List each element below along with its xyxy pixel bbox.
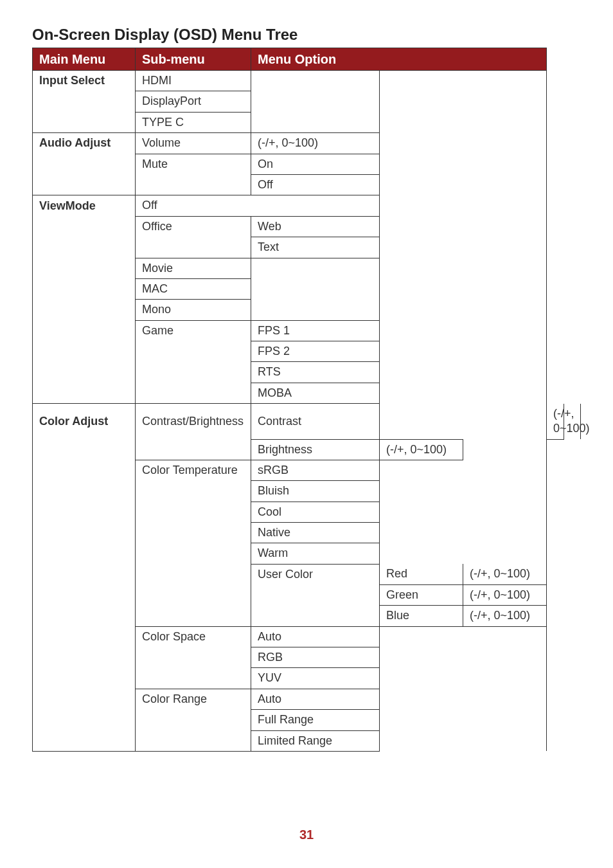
opt-limitedrange: Limited Range <box>251 730 380 751</box>
hdr-main: Main Menu <box>33 48 136 71</box>
empty <box>380 626 547 751</box>
opt-cs-auto: Auto <box>251 626 380 647</box>
empty <box>33 341 136 362</box>
empty <box>136 523 251 543</box>
opt-web: Web <box>251 216 380 237</box>
opt-text: Text <box>251 237 380 258</box>
sub-mono: Mono <box>136 300 251 320</box>
empty <box>33 626 136 647</box>
sub-game: Game <box>136 320 251 341</box>
page-number: 31 <box>0 827 613 842</box>
opt-volume-range: (-/+, 0~100) <box>251 133 380 154</box>
empty <box>251 606 380 626</box>
uc-blue: Blue <box>380 606 463 626</box>
sub-colorspace: Color Space <box>136 626 251 647</box>
empty <box>33 300 136 320</box>
page-title: On-Screen Display (OSD) Menu Tree <box>32 26 581 44</box>
empty <box>33 606 136 626</box>
opt-brightness: Brightness <box>251 439 380 460</box>
empty <box>136 383 251 403</box>
empty <box>136 502 251 522</box>
empty <box>33 258 136 278</box>
empty <box>251 91 380 112</box>
opt-bluish: Bluish <box>251 481 380 502</box>
empty <box>33 668 136 689</box>
uc-green: Green <box>380 584 463 605</box>
empty <box>136 730 251 751</box>
opt-contrast: Contrast <box>251 404 380 439</box>
hdr-option: Menu Option <box>251 48 547 71</box>
empty <box>136 543 251 564</box>
opt-cr-auto: Auto <box>251 689 380 709</box>
sub-mac: MAC <box>136 278 251 299</box>
empty <box>33 320 136 341</box>
empty <box>33 647 136 667</box>
empty <box>136 481 251 502</box>
empty <box>136 564 251 584</box>
sub-movie: Movie <box>136 258 251 278</box>
val-contrast: (-/+, 0~100) <box>547 404 564 439</box>
sub-volume: Volume <box>136 133 251 154</box>
empty <box>136 710 251 730</box>
sub-office: Office <box>136 216 251 237</box>
uc-red-range: (-/+, 0~100) <box>463 564 547 584</box>
opt-srgb: sRGB <box>251 460 380 480</box>
empty <box>33 174 136 195</box>
empty <box>33 584 136 605</box>
empty <box>33 383 136 403</box>
empty <box>33 278 136 299</box>
opt-on: On <box>251 154 380 174</box>
sub-viewmode-off: Off <box>136 195 380 216</box>
val-brightness: (-/+, 0~100) <box>380 439 463 460</box>
opt-rgb: RGB <box>251 647 380 667</box>
sub-contrast-brightness: Contrast/Brightness <box>136 404 251 439</box>
empty <box>136 174 251 195</box>
empty <box>251 300 380 320</box>
opt-warm: Warm <box>251 543 380 564</box>
empty <box>251 258 380 278</box>
empty <box>136 439 251 460</box>
main-color-adjust: Color Adjust <box>33 404 136 439</box>
empty <box>33 439 136 460</box>
empty <box>136 668 251 689</box>
sub-hdmi: HDMI <box>136 71 251 91</box>
empty <box>33 362 136 383</box>
sub-colorrange: Color Range <box>136 689 251 709</box>
empty <box>463 439 547 460</box>
empty <box>251 584 380 605</box>
sub-typec: TYPE C <box>136 112 251 132</box>
opt-fullrange: Full Range <box>251 710 380 730</box>
empty <box>33 216 136 237</box>
empty <box>251 112 380 132</box>
empty <box>380 460 547 564</box>
empty <box>136 237 251 258</box>
empty <box>33 523 136 543</box>
empty <box>33 564 136 584</box>
opt-moba: MOBA <box>251 383 380 403</box>
uc-red: Red <box>380 564 463 584</box>
empty <box>33 237 136 258</box>
opt-yuv: YUV <box>251 668 380 689</box>
empty <box>251 278 380 299</box>
empty <box>33 730 136 751</box>
main-viewmode: ViewMode <box>33 195 136 216</box>
empty <box>136 647 251 667</box>
empty <box>136 606 251 626</box>
opt-fps2: FPS 2 <box>251 341 380 362</box>
opt-native: Native <box>251 523 380 543</box>
empty <box>136 584 251 605</box>
empty <box>33 112 136 132</box>
uc-blue-range: (-/+, 0~100) <box>463 606 547 626</box>
opt-rts: RTS <box>251 362 380 383</box>
opt-cool: Cool <box>251 502 380 522</box>
opt-off: Off <box>251 174 380 195</box>
hdr-sub: Sub-menu <box>136 48 251 71</box>
opt-fps1: FPS 1 <box>251 320 380 341</box>
table-header: Main Menu Sub-menu Menu Option <box>33 48 581 71</box>
sub-mute: Mute <box>136 154 251 174</box>
sub-color-temp: Color Temperature <box>136 460 251 480</box>
empty <box>33 502 136 522</box>
empty <box>380 71 547 440</box>
empty <box>136 362 251 383</box>
empty <box>33 481 136 502</box>
